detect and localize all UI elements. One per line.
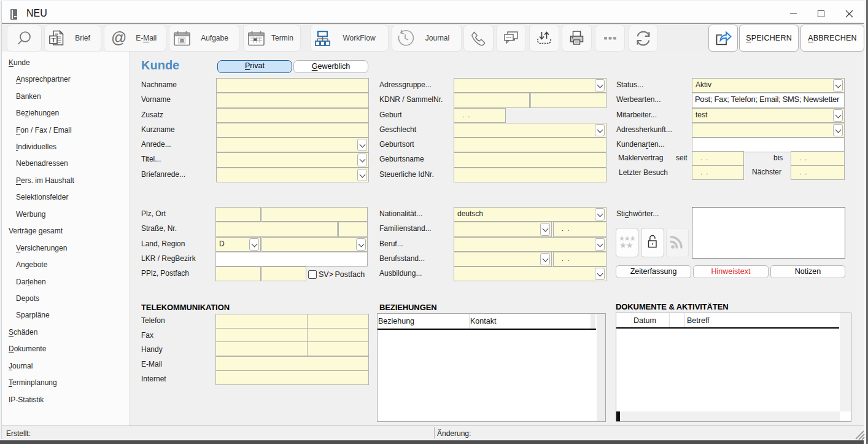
svg-text:T: T: [52, 37, 56, 44]
